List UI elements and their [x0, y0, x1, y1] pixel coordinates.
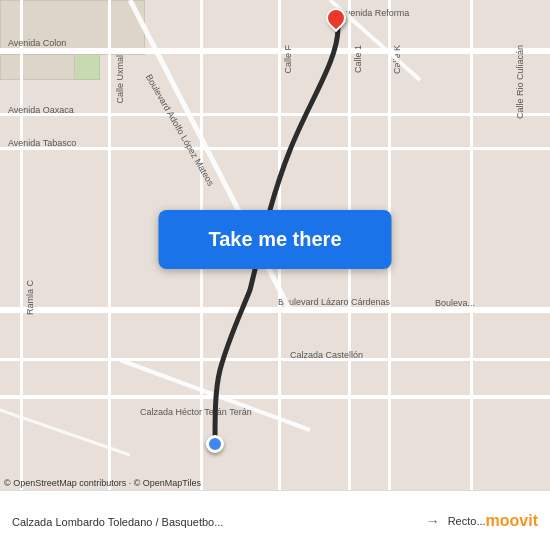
road-ramla — [20, 0, 23, 490]
start-pin-body — [322, 4, 350, 32]
moovit-text: moovit — [486, 512, 538, 530]
end-pin-body — [206, 435, 224, 453]
label-calle-1: Calle 1 — [353, 45, 363, 73]
route-from-label: Calzada Lombardo Toledano / Basquetbo... — [12, 516, 223, 528]
label-calzada-castellon: Calzada Castellón — [290, 350, 363, 360]
road-avenida-tabasco — [0, 147, 550, 150]
route-arrow-icon: → — [426, 513, 440, 529]
label-avenida-reforma: Avenida Reforma — [340, 8, 409, 18]
label-calle-uxmal: Calle Uxmal — [115, 55, 125, 104]
bottom-bar: Calzada Lombardo Toledano / Basquetbo...… — [0, 490, 550, 550]
end-pin — [206, 435, 224, 453]
label-lazaro-cardenas: Boulevard Lázaro Cárdenas — [278, 297, 390, 307]
label-avenida-oaxaca: Avenida Oaxaca — [8, 105, 74, 115]
route-to-label: Recto... — [448, 515, 486, 527]
start-pin — [326, 8, 346, 28]
label-hector-teran: Calzada Héctor Terán Terán — [140, 407, 252, 417]
map-container: Avenida Colon Avenida Oaxaca Avenida Tab… — [0, 0, 550, 490]
road-avenida-colon — [0, 48, 550, 54]
label-calle-rio: Calle Rio Culiacán — [515, 45, 525, 119]
route-info: Calzada Lombardo Toledano / Basquetbo... — [12, 512, 418, 530]
road-avenida-oaxaca — [0, 113, 550, 116]
moovit-logo: moovit — [486, 512, 538, 530]
take-me-there-button[interactable]: Take me there — [158, 210, 391, 269]
label-calle-k: Calle K — [392, 45, 402, 74]
label-ramla: Ramla C — [25, 280, 35, 315]
road-hector-teran — [0, 395, 550, 399]
label-avenida-colon: Avenida Colon — [8, 38, 66, 48]
label-calle-f: Calle F — [283, 45, 293, 74]
label-avenida-tabasco: Avenida Tabasco — [8, 138, 76, 148]
map-attribution: © OpenStreetMap contributors · © OpenMap… — [4, 478, 201, 488]
road-calzada-castellon — [0, 358, 550, 361]
road-calle-uxmal — [108, 0, 111, 490]
label-boulevard-right: Bouleva... — [435, 298, 475, 308]
app: Avenida Colon Avenida Oaxaca Avenida Tab… — [0, 0, 550, 550]
road-calle-k2 — [470, 0, 473, 490]
